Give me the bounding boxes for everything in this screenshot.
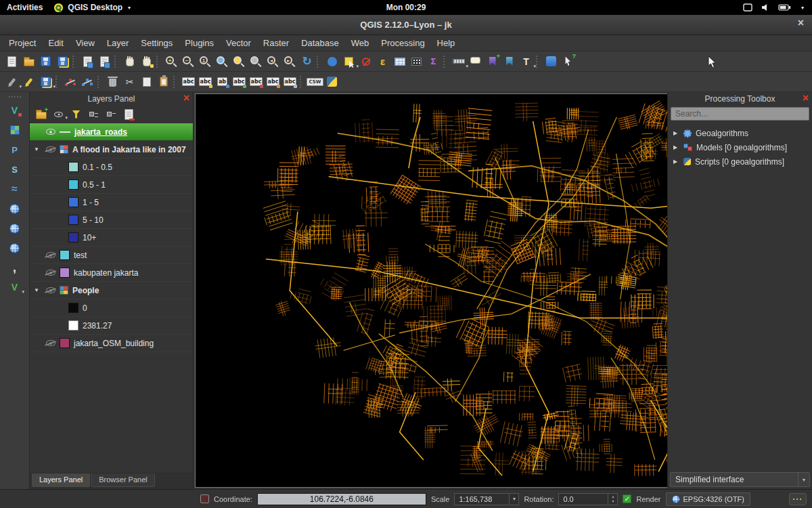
- legend-class-0-5-1[interactable]: 0.5 - 1: [30, 176, 193, 194]
- add-wcs-layer[interactable]: [6, 220, 23, 236]
- dropdown-caret-icon[interactable]: ▾: [533, 64, 536, 69]
- zoom-to-selection[interactable]: [231, 54, 248, 70]
- layer-item-jakarta-roads[interactable]: jakarta_roads: [30, 123, 193, 141]
- eye-hidden-icon[interactable]: [46, 340, 55, 346]
- layer-group-people[interactable]: ▼People: [30, 282, 193, 299]
- spinner-arrows-icon[interactable]: [608, 494, 617, 505]
- tab-browser-panel[interactable]: Browser Panel: [91, 473, 155, 487]
- select-by-expression[interactable]: ε: [374, 54, 391, 70]
- menu-web[interactable]: Web: [345, 36, 376, 50]
- zoom-native[interactable]: 1: [197, 54, 214, 70]
- render-checkbox[interactable]: ✓: [623, 494, 631, 503]
- volume-icon[interactable]: [761, 3, 770, 12]
- add-delimited-text-layer[interactable]: ,: [6, 259, 23, 276]
- legend-class-0[interactable]: 0: [30, 299, 193, 317]
- eye-hidden-icon[interactable]: [46, 287, 55, 293]
- select-features[interactable]: ▾: [340, 54, 357, 70]
- add-vector-layer[interactable]: V: [6, 102, 23, 119]
- collapse-all[interactable]: [104, 107, 119, 121]
- whats-this[interactable]: ?: [560, 54, 577, 70]
- menu-view[interactable]: View: [70, 36, 101, 50]
- add-group[interactable]: +: [33, 107, 49, 121]
- toggle-editing[interactable]: [20, 74, 37, 90]
- menu-plugins[interactable]: Plugins: [179, 36, 220, 50]
- open-attribute-table[interactable]: [391, 54, 408, 70]
- new-bookmark[interactable]: +: [484, 54, 501, 70]
- node-tool[interactable]: [79, 74, 96, 90]
- eye-hidden-icon[interactable]: [46, 146, 55, 152]
- dropdown-caret-icon[interactable]: ▾: [53, 84, 55, 89]
- copy-features[interactable]: [138, 74, 155, 90]
- eye-hidden-icon[interactable]: [46, 270, 55, 276]
- interface-mode-select[interactable]: Simplified interface: [670, 472, 810, 487]
- system-menu-chevron-icon[interactable]: ▾: [801, 5, 804, 11]
- add-postgis-layer[interactable]: P: [6, 142, 23, 158]
- label-pin-unpin[interactable]: abc: [197, 74, 214, 90]
- manage-layer-visibility[interactable]: ▾: [51, 107, 66, 121]
- status-extent-icon[interactable]: [200, 494, 209, 503]
- field-calculator[interactable]: [408, 54, 425, 70]
- legend-class-1-5[interactable]: 1 - 5: [30, 194, 193, 211]
- statistical-summary[interactable]: Σ: [425, 54, 442, 70]
- text-annotation[interactable]: T▾: [518, 54, 535, 70]
- legend-class-2381-27[interactable]: 2381.27: [30, 317, 193, 335]
- menu-raster[interactable]: Raster: [257, 36, 295, 50]
- identify-features[interactable]: [323, 54, 340, 70]
- menu-layer[interactable]: Layer: [101, 36, 135, 50]
- add-feature[interactable]: [62, 74, 79, 90]
- expand-arrow-icon[interactable]: ▼: [34, 146, 42, 152]
- filter-legend[interactable]: [68, 107, 84, 121]
- add-mssql-layer[interactable]: ≈: [6, 181, 23, 197]
- menu-help[interactable]: Help: [431, 36, 461, 50]
- pan-map[interactable]: [121, 54, 138, 70]
- add-raster-layer[interactable]: [6, 122, 23, 138]
- deselect-all[interactable]: [357, 54, 374, 70]
- expand-all[interactable]: [86, 107, 102, 121]
- legend-class-10[interactable]: 10+: [30, 229, 193, 247]
- label-rotate[interactable]: abc: [248, 74, 265, 90]
- label-change[interactable]: abc: [265, 74, 281, 90]
- save-project[interactable]: [37, 54, 54, 70]
- label-properties[interactable]: abc: [281, 74, 298, 90]
- log-messages-button[interactable]: ···: [789, 493, 807, 505]
- menu-settings[interactable]: Settings: [135, 36, 179, 50]
- layers-panel-close-icon[interactable]: ×: [183, 93, 189, 104]
- pan-map-to-selection[interactable]: [138, 54, 155, 70]
- python-console[interactable]: [323, 74, 340, 90]
- add-wms-layer[interactable]: [6, 200, 23, 217]
- measure-line[interactable]: ▾: [450, 54, 467, 70]
- toolbar-drag-handle[interactable]: [9, 96, 21, 98]
- zoom-to-layer[interactable]: [248, 54, 265, 70]
- legend-class-5-10[interactable]: 5 - 10: [30, 211, 193, 229]
- remove-layer[interactable]: [121, 107, 137, 121]
- window-titlebar[interactable]: QGIS 2.12.0–Lyon – jk ×: [0, 15, 812, 35]
- zoom-last[interactable]: ◂: [265, 54, 281, 70]
- coordinate-input[interactable]: 106.7224,-6.0846: [257, 493, 426, 505]
- layer-item-test[interactable]: test: [30, 247, 193, 264]
- window-close-icon[interactable]: ×: [798, 18, 804, 28]
- layer-item-jakarta-osm-building[interactable]: jakarta_OSM_building: [30, 335, 193, 352]
- menu-processing[interactable]: Processing: [375, 36, 430, 50]
- zoom-full[interactable]: [214, 54, 231, 70]
- new-shapefile-layer[interactable]: V▾: [6, 279, 23, 295]
- expand-arrow-icon[interactable]: ▶: [673, 158, 679, 165]
- label-highlight[interactable]: ab: [214, 74, 231, 90]
- composer-manager[interactable]: [96, 54, 113, 70]
- cut-features[interactable]: ✂: [121, 74, 138, 90]
- eye-visible-icon[interactable]: [46, 129, 55, 135]
- proc-item-models-0-geoalgorithms[interactable]: ▶Models [0 geoalgorithms]: [668, 140, 812, 154]
- activities-button[interactable]: Activities: [7, 3, 43, 12]
- menu-vector[interactable]: Vector: [220, 36, 257, 50]
- open-project[interactable]: [20, 54, 37, 70]
- rotation-spinner[interactable]: 0.0: [558, 493, 618, 505]
- label-move[interactable]: abc: [231, 74, 248, 90]
- layer-item-kabupaten-jakarta[interactable]: kabupaten jakarta: [30, 264, 193, 282]
- zoom-next[interactable]: ▸: [281, 54, 298, 70]
- battery-icon[interactable]: [778, 4, 792, 11]
- clock[interactable]: Mon 00:29: [386, 3, 426, 12]
- new-print-composer[interactable]: [79, 54, 96, 70]
- metasearch-csw[interactable]: CSW: [307, 74, 323, 90]
- eye-hidden-icon[interactable]: [46, 252, 55, 258]
- current-edits[interactable]: ▾: [3, 74, 20, 90]
- proc-item-scripts-0-geoalgorithms[interactable]: ▶Scripts [0 geoalgorithms]: [668, 154, 812, 169]
